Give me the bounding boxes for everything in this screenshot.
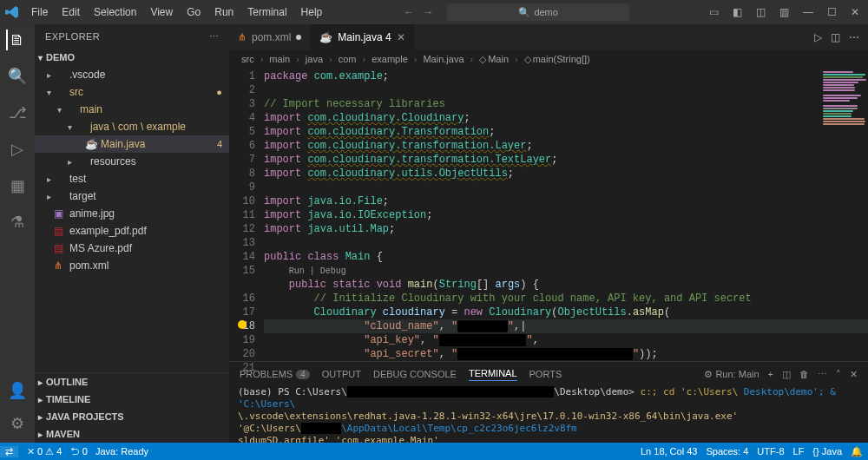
tree-file-anime-jpg[interactable]: ▣ anime.jpg [35,205,229,222]
section-timeline[interactable]: TIMELINE [35,391,229,408]
menu-run[interactable]: Run [209,0,239,24]
status-item[interactable]: LF [793,446,805,457]
breadcrumb-segment[interactable]: example [372,54,408,64]
code-editor[interactable]: 123456789101112131415161718192021 packag… [229,68,868,361]
menu-terminal[interactable]: Terminal [242,0,292,24]
code-line[interactable]: "api_secret", "xxxxxxxxxxxxxxxxxxxxxxxxx… [264,347,868,361]
layout-toggle-panel-icon[interactable]: ▭ [706,6,722,18]
tree-folder-closed-test[interactable]: test [35,170,229,187]
status-item[interactable]: ⮌ 0 [70,446,88,457]
breadcrumb-segment[interactable]: main [269,54,290,64]
status-remote-icon[interactable]: ⇄ [0,446,18,457]
breadcrumb-segment[interactable]: ◇main(String[]) [524,54,590,65]
menu-go[interactable]: Go [181,0,206,24]
breadcrumb-segment[interactable]: com [339,54,357,64]
code-line[interactable]: import com.cloudinary.utils.ObjectUtils; [264,167,868,181]
terminal-output[interactable]: (base) PS C:\Users\xxxxxxxxxxxxxxxxxxxxx… [229,386,868,443]
activity-accounts-icon[interactable]: 👤 [7,380,28,401]
section-java-projects[interactable]: JAVA PROJECTS [35,408,229,425]
nav-forward-icon[interactable]: → [423,6,433,18]
code-line[interactable]: import com.cloudinary.transformation.Tex… [264,153,868,167]
code-line[interactable]: "cloud_name", "xxxxxxxx",| [264,319,868,333]
layout-split-icon[interactable]: ◫ [753,6,769,18]
tab-main-java[interactable]: ☕ Main.java 4 ✕ [311,24,414,50]
activity-settings-icon[interactable]: ⚙ [7,413,28,434]
tree-file-main-java[interactable]: ☕ Main.java 4 [35,135,229,153]
window-minimize-icon[interactable]: — [799,6,817,18]
run-button-icon[interactable]: ▷ [814,31,822,43]
code-line[interactable]: import com.cloudinary.Cloudinary; [264,111,868,125]
tab-pom-xml[interactable]: ⋔ pom.xml [229,24,311,50]
tree-folder-open-src[interactable]: src ● [35,83,229,101]
code-line[interactable] [264,181,868,194]
command-center-search[interactable]: 🔍 demo [447,3,629,21]
editor-area: ⋔ pom.xml ☕ Main.java 4 ✕ ▷ ◫ ⋯ srcmainj… [229,24,868,443]
code-line[interactable] [264,361,868,375]
tree-folder-closed-target[interactable]: target [35,187,229,205]
vscode-logo-icon [5,5,19,19]
activity-run-debug-icon[interactable]: ▷ [7,139,28,160]
tree-file-pom-xml[interactable]: ⋔ pom.xml [35,257,229,274]
split-editor-icon[interactable]: ◫ [831,31,840,43]
menu-file[interactable]: File [26,0,53,24]
activity-search-icon[interactable]: 🔍 [7,66,28,87]
section-outline[interactable]: OUTLINE [35,373,229,391]
code-line[interactable]: // Initialize Cloudinary with your cloud… [264,292,868,306]
menu-help[interactable]: Help [296,0,328,24]
status-item[interactable]: UTF-8 [757,446,784,457]
status-item[interactable]: Java: Ready [95,446,148,457]
code-line[interactable]: import java.io.File; [264,194,868,208]
tree-folder-open-java-com-example[interactable]: java \ com \ example [35,118,229,135]
code-line[interactable] [264,83,868,97]
xml-icon: ⋔ [238,31,247,43]
code-line[interactable]: import com.cloudinary.transformation.Lay… [264,139,868,153]
status-item[interactable]: ⨯ 0 ⚠ 4 [27,446,62,457]
menu-edit[interactable]: Edit [56,0,85,24]
breadcrumbs[interactable]: srcmainjavacomexampleMain.java◇Main◇main… [229,50,868,68]
status-item[interactable]: Ln 18, Col 43 [641,446,697,457]
breadcrumb-segment[interactable]: Main.java [423,54,464,64]
sidebar-more-icon[interactable]: ⋯ [209,31,219,43]
code-line[interactable]: Cloudinary cloudinary = new Cloudinary(O… [264,306,868,319]
minimap[interactable] [819,68,868,163]
code-line[interactable]: public static void main(String[] args) { [264,278,868,292]
explorer-root[interactable]: DEMO [35,49,229,66]
breadcrumb-segment[interactable]: java [306,54,323,64]
tab-more-icon[interactable]: ⋯ [849,31,859,43]
status-item[interactable]: {} Java [812,446,842,457]
tree-folder-closed-resources[interactable]: resources [35,153,229,170]
status-notifications-icon[interactable]: 🔔 [851,446,863,457]
image-icon: ▣ [54,207,66,220]
menu-selection[interactable]: Selection [89,0,141,24]
window-maximize-icon[interactable]: ☐ [824,6,840,18]
code-line[interactable]: import java.io.IOException; [264,208,868,222]
code-line[interactable] [264,236,868,250]
code-line[interactable]: Run | Debug [264,264,868,278]
activity-source-control-icon[interactable]: ⎇ [7,102,28,123]
activity-testing-icon[interactable]: ⚗ [7,212,28,233]
status-item[interactable]: Spaces: 4 [706,446,748,457]
activity-explorer-icon[interactable]: 🗎 [6,30,27,50]
window-close-icon[interactable]: ✕ [847,6,863,18]
layout-toggle-sidebar-icon[interactable]: ◧ [729,6,746,18]
code-line[interactable]: public class Main { [264,250,868,264]
section-maven[interactable]: MAVEN [35,425,229,443]
code-line[interactable]: // Import necessary libraries [264,97,868,111]
tree-folder-closed--vscode[interactable]: .vscode [35,66,229,83]
tree-folder-open-main[interactable]: main [35,101,229,118]
code-line[interactable]: import com.cloudinary.Transformation; [264,125,868,139]
layout-customize-icon[interactable]: ▥ [776,6,792,18]
tree-file-example-pdf-pdf[interactable]: ▤ example_pdf.pdf [35,222,229,240]
breadcrumb-segment[interactable]: src [241,54,254,64]
tree-file-ms-azure-pdf[interactable]: ▤ MS Azure.pdf [35,240,229,257]
code-line[interactable]: package com.example; [264,69,868,83]
code-line[interactable]: import java.util.Map; [264,222,868,236]
activity-extensions-icon[interactable]: ▦ [7,175,28,196]
close-tab-icon[interactable]: ✕ [397,31,405,43]
code-line[interactable]: "api_key", "xxxxxxxxxxxxxx", [264,333,868,347]
breadcrumb-segment[interactable]: ◇Main [479,54,509,65]
menu-view[interactable]: View [145,0,178,24]
titlebar: FileEditSelectionViewGoRunTerminalHelp ←… [0,0,868,24]
nav-back-icon[interactable]: ← [404,6,414,18]
lightbulb-icon[interactable] [238,320,247,329]
